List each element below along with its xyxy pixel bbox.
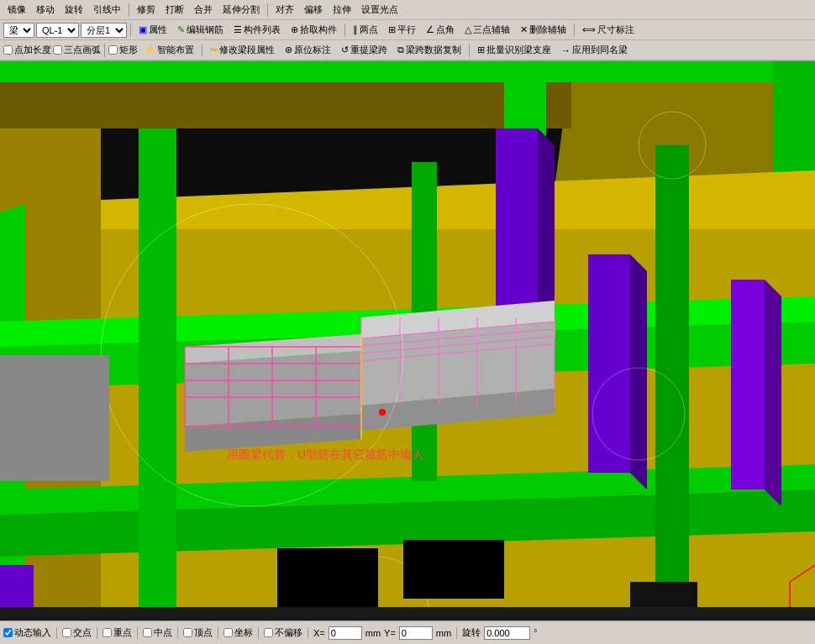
smart-icon: ⚡: [144, 45, 155, 55]
3d-viewport[interactable]: 用圈梁代替，U型筋在其它箍筋中输入: [0, 61, 815, 607]
dynamic-input-check[interactable]: 动态输入: [3, 626, 51, 639]
dim-btn[interactable]: ⟺ 尺寸标注: [578, 22, 639, 38]
intersection-check[interactable]: 交点: [62, 626, 92, 639]
copy-icon: ⧉: [397, 45, 404, 55]
repick-icon: ↺: [341, 45, 349, 55]
sep5: [574, 24, 575, 37]
status-bar: 动态输入 交点 重点 中点 顶点 坐标 不偏移 X= mm Y= mm 旋转 °: [0, 620, 815, 644]
status-sep7: [308, 627, 308, 639]
property-btn[interactable]: ▣ 属性: [134, 22, 171, 38]
endpoint-check[interactable]: 重点: [103, 626, 132, 639]
setlight-btn[interactable]: 设置光点: [357, 2, 402, 18]
axis3-icon: △: [465, 24, 471, 35]
list-icon: ☰: [234, 24, 242, 35]
apply-icon: →: [561, 45, 570, 55]
batch-icon: ⊞: [477, 45, 485, 55]
del-axis-btn[interactable]: ✕ 删除辅轴: [516, 22, 570, 38]
midpoint-check[interactable]: 中点: [143, 626, 172, 639]
status-sep1: [56, 627, 57, 639]
smart-place-btn[interactable]: ⚡ 智能布置: [139, 42, 198, 58]
align-btn[interactable]: 对齐: [271, 2, 298, 18]
origin-mark-btn[interactable]: ⊛ 原位标注: [281, 42, 335, 58]
sep7: [202, 44, 202, 57]
offset-btn[interactable]: 偏移: [300, 2, 327, 18]
no-offset-check[interactable]: 不偏移: [264, 626, 302, 639]
extend-btn[interactable]: 延伸分割: [218, 2, 264, 18]
coord-check[interactable]: 坐标: [223, 626, 253, 639]
pick-icon: ⊕: [291, 24, 298, 35]
status-sep2: [97, 627, 97, 639]
two-point-btn[interactable]: ∥ 两点: [349, 22, 382, 38]
batch-id-btn[interactable]: ⊞ 批量识别梁支座: [473, 42, 555, 58]
rotate-btn[interactable]: 旋转: [60, 2, 87, 18]
status-sep3: [137, 627, 138, 639]
sep2: [267, 3, 268, 17]
edit-rebar-btn[interactable]: ✎ 编辑钢筋: [173, 22, 228, 38]
rotate-unit: °: [534, 628, 537, 637]
twopoint-icon: ∥: [353, 24, 358, 35]
break-btn[interactable]: 打断: [161, 2, 188, 18]
beam-select[interactable]: 梁: [3, 23, 34, 38]
y-input[interactable]: [399, 626, 433, 640]
toolbar-row-3: 点加长度 三点画弧 矩形 ⚡ 智能布置 ✏ 修改梁段属性 ⊛ 原位标注 ↺ 重提…: [0, 40, 815, 60]
angle-icon: ∠: [426, 24, 434, 35]
dim-icon: ⟺: [582, 24, 596, 35]
layer-select[interactable]: 分层1: [81, 23, 127, 38]
sep4: [344, 24, 345, 37]
y-unit: mm: [436, 628, 451, 638]
mirror-btn[interactable]: 镜像: [3, 2, 30, 18]
sep6: [104, 44, 105, 57]
rotate-label: 旋转: [462, 626, 481, 639]
apply-same-btn[interactable]: → 应用到同名梁: [557, 42, 632, 58]
add-length-check[interactable]: 点加长度: [3, 44, 51, 56]
copy-span-btn[interactable]: ⧉ 梁跨数据复制: [393, 42, 465, 58]
modify-icon: ✏: [210, 45, 218, 55]
status-sep4: [177, 627, 178, 639]
x-unit: mm: [365, 628, 381, 638]
merge-btn[interactable]: 合并: [190, 2, 217, 18]
trim-btn[interactable]: 修剪: [133, 2, 160, 18]
component-list-btn[interactable]: ☰ 构件列表: [229, 22, 285, 38]
status-sep6: [258, 627, 259, 639]
sep8: [469, 44, 470, 57]
toolbar-row-2: 梁 QL-1 分层1 ▣ 属性 ✎ 编辑钢筋 ☰ 构件列表 ⊕ 拾取构件 ∥ 两…: [0, 20, 815, 40]
status-sep5: [218, 627, 218, 639]
y-label: Y=: [384, 628, 396, 638]
status-sep8: [456, 627, 457, 639]
del-icon: ✕: [520, 24, 528, 35]
ql-select[interactable]: QL-1: [36, 23, 79, 38]
leader-btn[interactable]: 引线中: [89, 2, 125, 18]
x-label: X=: [313, 628, 325, 638]
x-input[interactable]: [329, 626, 362, 640]
move-btn[interactable]: 移动: [32, 2, 59, 18]
pick-component-btn[interactable]: ⊕ 拾取构件: [287, 22, 341, 38]
three-axis-btn[interactable]: △ 三点辅轴: [460, 22, 514, 38]
toolbar-row-1: 镜像 移动 旋转 引线中 修剪 打断 合并 延伸分割 对齐 偏移 拉伸 设置光点: [0, 0, 815, 20]
rotate-input[interactable]: [484, 626, 530, 640]
parallel-icon: ⊞: [388, 24, 396, 35]
rect-check[interactable]: 矩形: [108, 44, 138, 56]
3d-scene-canvas: [0, 61, 815, 607]
three-arc-check[interactable]: 三点画弧: [53, 44, 101, 56]
angle-btn[interactable]: ∠ 点角: [422, 22, 459, 38]
edit-icon: ✎: [177, 24, 185, 35]
stretch-btn[interactable]: 拉伸: [329, 2, 355, 18]
sep1: [129, 3, 129, 17]
origin-icon: ⊛: [285, 45, 292, 55]
property-icon: ▣: [139, 24, 147, 35]
parallel-btn[interactable]: ⊞ 平行: [384, 22, 420, 38]
repick-span-btn[interactable]: ↺ 重提梁跨: [337, 42, 392, 58]
vertex-check[interactable]: 顶点: [183, 626, 213, 639]
modify-span-btn[interactable]: ✏ 修改梁段属性: [206, 42, 279, 58]
sep3: [130, 24, 131, 37]
